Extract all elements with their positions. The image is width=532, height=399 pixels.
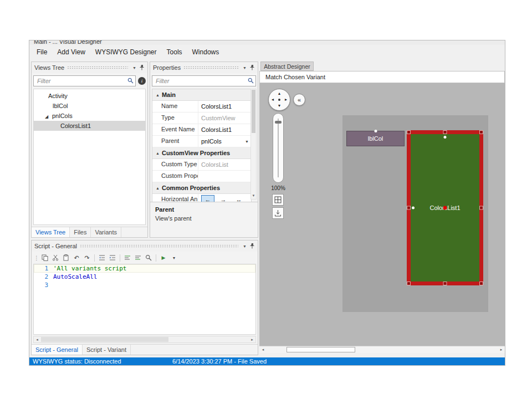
pan-down-icon[interactable]: ▾ xyxy=(278,104,280,108)
code-line[interactable]: 1 'All variants script xyxy=(34,264,255,273)
code-editor[interactable]: 1 'All variants script 2 AutoScaleAll 3 xyxy=(33,264,256,335)
section-collapse-icon[interactable]: ▲ xyxy=(156,186,160,190)
code-text: 'All variants script xyxy=(53,264,126,273)
tree-expander-icon[interactable]: ◢ xyxy=(45,112,52,122)
scroll-right-arrow[interactable]: ▸ xyxy=(249,336,255,342)
menu-file[interactable]: File xyxy=(32,47,52,58)
tree-item-pnlcols[interactable]: ◢pnlCols xyxy=(34,111,145,121)
panel-menu-icon[interactable]: ▼ xyxy=(131,66,138,70)
toolbar-grip-icon[interactable]: ⋮ xyxy=(34,253,39,263)
undo-icon[interactable]: ↶ xyxy=(71,253,81,263)
resize-handle-bottom-center[interactable] xyxy=(443,282,447,285)
more-icon[interactable]: ▾ xyxy=(169,253,179,263)
section-collapse-icon[interactable]: ▲ xyxy=(156,151,160,155)
designer-horizontal-scrollbar[interactable]: ◂ ▸ xyxy=(259,346,505,353)
scrollbar-thumb[interactable] xyxy=(252,90,255,133)
property-row-custom-type[interactable]: Custom Type ColorsList xyxy=(152,159,251,171)
pan-control[interactable]: ▴ ▾ ◂ ▸ xyxy=(268,89,290,111)
properties-filter-input[interactable] xyxy=(152,75,256,86)
collapse-toolbox-button[interactable]: « xyxy=(293,94,305,106)
redo-icon[interactable]: ↷ xyxy=(82,253,92,263)
property-value-custom-properties[interactable] xyxy=(198,171,251,182)
tree-item-lblcol[interactable]: lblCol xyxy=(34,101,145,111)
properties-scrollbar[interactable]: ▼ xyxy=(250,89,257,200)
pan-up-icon[interactable]: ▴ xyxy=(278,91,280,96)
view-lblcol[interactable]: lblCol xyxy=(346,131,405,146)
section-customview-properties[interactable]: ▲ CustomView Properties xyxy=(152,147,251,159)
menu-tools[interactable]: Tools xyxy=(162,47,187,58)
pan-right-icon[interactable]: ▸ xyxy=(285,98,287,102)
code-line[interactable]: 2 AutoScaleAll xyxy=(34,273,255,281)
resize-handle-top-right[interactable] xyxy=(479,130,483,134)
script-panel-header[interactable]: Script - General ▼ xyxy=(32,241,258,252)
resize-handle-middle-right[interactable] xyxy=(479,206,483,210)
property-value-event-name[interactable]: ColorsList1 xyxy=(198,124,251,135)
zoom-slider-thumb[interactable] xyxy=(275,121,282,124)
zoom-level: 100% xyxy=(266,185,290,191)
search-icon[interactable] xyxy=(144,253,154,263)
tab-files[interactable]: Files xyxy=(70,227,91,237)
pan-left-icon[interactable]: ◂ xyxy=(272,98,274,102)
panel-menu-icon[interactable]: ▼ xyxy=(241,66,248,70)
views-filter-input[interactable] xyxy=(33,75,136,86)
property-row-type[interactable]: Type CustomView xyxy=(152,112,251,124)
tab-views-tree[interactable]: Views Tree xyxy=(32,227,70,237)
tab-variants[interactable]: Variants xyxy=(91,227,121,237)
property-row-custom-properties[interactable]: Custom Prope... xyxy=(152,171,251,182)
grid-toggle-button[interactable] xyxy=(272,194,284,206)
tab-abstract-designer[interactable]: Abstract Designer xyxy=(260,62,314,71)
pin-icon[interactable] xyxy=(138,65,145,70)
tree-item-colorslist1[interactable]: ColorsList1 xyxy=(34,121,145,131)
scroll-left-arrow[interactable]: ◂ xyxy=(34,336,40,342)
scroll-left-arrow[interactable]: ◂ xyxy=(259,346,267,353)
resize-handle-bottom-right[interactable] xyxy=(479,282,483,285)
menu-add-view[interactable]: Add View xyxy=(52,47,90,58)
views-tree-panel-header[interactable]: Views Tree ▼ xyxy=(32,62,147,73)
code-line[interactable]: 3 xyxy=(34,281,255,289)
tab-script-general[interactable]: Script - General xyxy=(32,345,83,355)
resize-handle-top-center[interactable] xyxy=(443,130,447,134)
resize-handle-top-left[interactable] xyxy=(407,130,411,134)
property-row-name[interactable]: Name ColorsList1 xyxy=(152,101,251,112)
menu-windows[interactable]: Windows xyxy=(187,47,224,58)
indent-icon[interactable] xyxy=(108,253,117,263)
resize-handle-bottom-left[interactable] xyxy=(407,282,411,285)
pin-icon[interactable] xyxy=(248,243,255,249)
tree-item-activity[interactable]: Activity xyxy=(34,91,145,101)
menu-wysiwyg-designer[interactable]: WYSIWYG Designer xyxy=(90,47,162,58)
info-icon[interactable]: i xyxy=(138,77,146,85)
property-row-event-name[interactable]: Event Name ColorsList1 xyxy=(152,124,251,136)
tab-script-variant[interactable]: Script - Variant xyxy=(83,345,131,355)
line-number: 1 xyxy=(34,264,53,273)
property-row-parent[interactable]: Parent pnlCols ▼ xyxy=(152,136,251,147)
resize-handle-middle-left[interactable] xyxy=(407,206,411,210)
scrollbar-down-arrow[interactable]: ▼ xyxy=(251,193,256,199)
property-value-parent[interactable]: pnlCols ▼ xyxy=(198,136,251,147)
uncomment-icon[interactable] xyxy=(133,253,143,263)
code-horizontal-scrollbar[interactable]: ◂ ▸ xyxy=(33,336,256,343)
properties-panel-header[interactable]: Properties ▼ xyxy=(150,62,258,73)
run-icon[interactable]: ▶ xyxy=(158,253,168,263)
property-value-name[interactable]: ColorsList1 xyxy=(198,101,251,112)
outdent-icon[interactable] xyxy=(97,253,107,263)
pin-icon[interactable] xyxy=(248,65,255,70)
panel-menu-icon[interactable]: ▼ xyxy=(241,244,248,248)
paste-icon[interactable] xyxy=(61,253,71,263)
view-colorslist1[interactable]: ColorsList1 xyxy=(407,130,483,285)
section-common-properties[interactable]: ▲ Common Properties xyxy=(152,182,251,194)
scroll-right-arrow[interactable]: ▸ xyxy=(498,346,505,353)
designer-canvas[interactable]: ▴ ▾ ◂ ▸ « 100% lblCol ColorsList1 xyxy=(259,83,505,346)
section-collapse-icon[interactable]: ▲ xyxy=(156,93,160,97)
export-image-button[interactable] xyxy=(272,207,284,219)
scrollbar-thumb[interactable] xyxy=(41,337,168,342)
section-main[interactable]: ▲ Main xyxy=(152,89,251,101)
views-filter-box xyxy=(33,75,136,86)
zoom-slider[interactable] xyxy=(273,113,284,183)
scrollbar-thumb[interactable] xyxy=(287,347,355,352)
match-chosen-variant-label[interactable]: Match Chosen Variant xyxy=(265,74,325,80)
cut-icon[interactable] xyxy=(50,253,60,263)
copy-icon[interactable] xyxy=(40,253,50,263)
comment-icon[interactable] xyxy=(122,253,132,263)
properties-panel: Properties ▼ ▲ Main Name ColorsList1 xyxy=(150,62,258,238)
parent-value-text: pnlCols xyxy=(201,136,222,147)
